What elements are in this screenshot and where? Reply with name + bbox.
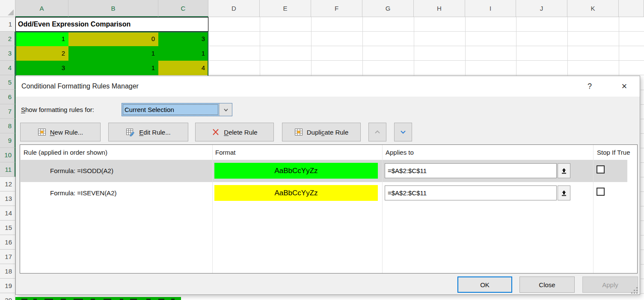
column-header-j[interactable]: J	[516, 0, 567, 17]
row-header-20[interactable]: 20	[0, 293, 15, 300]
row-header-4[interactable]: 4	[0, 61, 15, 75]
duplicate-rule-button[interactable]: Duplicate Rule	[282, 123, 361, 141]
rule-formula-text: Formula: =ISEVEN(A2)	[50, 182, 116, 204]
column-header-c[interactable]: C	[158, 0, 208, 17]
move-rule-up-button[interactable]	[368, 123, 386, 141]
chevron-down-icon	[399, 128, 407, 136]
applies-to-input[interactable]	[385, 185, 557, 200]
close-icon[interactable]: ×	[617, 79, 632, 94]
button-label: Delete Rule	[224, 129, 257, 136]
cell-c4[interactable]: 4	[158, 61, 208, 75]
collapse-dialog-icon[interactable]	[558, 185, 570, 200]
column-header-stop-if-true: Stop If True	[597, 145, 630, 160]
row-header-16[interactable]: 16	[0, 235, 15, 250]
rule-formula-text: Formula: =ISODD(A2)	[50, 160, 113, 182]
rules-list: Rule (applied in order shown) Format App…	[20, 144, 638, 274]
dialog-title: Conditional Formatting Rules Manager	[21, 76, 139, 97]
row-header-19[interactable]: 19	[0, 279, 15, 293]
button-label: Edit Rule...	[139, 129, 170, 136]
resize-grip[interactable]	[631, 287, 638, 294]
select-all-corner[interactable]	[0, 0, 15, 17]
applies-to-input[interactable]	[385, 163, 557, 178]
show-rules-for-dropdown[interactable]: Current Selection	[122, 103, 232, 116]
cell-c2[interactable]: 3	[158, 32, 208, 46]
row-header-11[interactable]: 11	[0, 162, 15, 177]
cell-c3[interactable]: 1	[158, 46, 208, 61]
row-header-14[interactable]: 14	[0, 206, 15, 221]
cell-a2[interactable]: 1	[15, 32, 68, 46]
column-header-partial[interactable]	[619, 0, 644, 17]
ok-button[interactable]: OK	[457, 276, 512, 293]
row-header-2[interactable]: 2	[0, 32, 15, 46]
row-header-13[interactable]: 13	[0, 191, 15, 206]
apply-button[interactable]: Apply	[582, 276, 638, 293]
row-header-6[interactable]: 6	[0, 90, 15, 104]
row-header-10[interactable]: 10	[0, 148, 15, 162]
collapse-dialog-icon[interactable]	[558, 163, 570, 178]
select-all-triangle-icon	[8, 9, 14, 15]
cell-b4[interactable]: 1	[68, 61, 158, 75]
dropdown-selected-value: Current Selection	[122, 103, 219, 116]
delete-rule-button[interactable]: Delete Rule	[195, 123, 274, 141]
row-header-18[interactable]: 18	[0, 264, 15, 279]
column-header-b[interactable]: B	[68, 0, 158, 17]
move-rule-down-button[interactable]	[394, 123, 412, 141]
sheet-right-strip	[641, 76, 644, 295]
column-header-d[interactable]: D	[208, 0, 260, 17]
chevron-up-icon	[374, 128, 381, 136]
row-header-12[interactable]: 12	[0, 177, 15, 191]
row20-cells-partial	[15, 297, 181, 300]
show-formatting-rules-label: Show formatting rules for:	[21, 103, 94, 116]
column-header-k[interactable]: K	[567, 0, 619, 17]
format-preview-swatch: AaBbCcYyZz	[214, 163, 378, 179]
row-header-8[interactable]: 8	[0, 119, 15, 133]
row-header-1[interactable]: 1	[0, 17, 15, 32]
row-header-17[interactable]: 17	[0, 250, 15, 264]
column-header-format: Format	[215, 145, 236, 160]
new-rule-button[interactable]: New Rule...	[20, 123, 101, 141]
stop-if-true-checkbox[interactable]	[597, 188, 605, 196]
edit-rule-button[interactable]: Edit Rule...	[108, 123, 188, 141]
format-preview-swatch: AaBbCcYyZz	[214, 185, 378, 201]
column-header-applies-to: Applies to	[386, 145, 414, 160]
row-header-3[interactable]: 3	[0, 46, 15, 61]
cell-a3[interactable]: 2	[15, 46, 68, 61]
column-header-a[interactable]: A	[15, 0, 68, 17]
conditional-formatting-rules-manager-dialog: Conditional Formatting Rules Manager ? ×…	[15, 76, 640, 295]
cell-b2[interactable]: 0	[68, 32, 158, 46]
column-header-i[interactable]: I	[465, 0, 516, 17]
row-header-15[interactable]: 15	[0, 221, 15, 235]
chevron-down-icon[interactable]	[219, 103, 232, 116]
new-rule-grid-icon	[38, 128, 46, 136]
rule-row-1[interactable]: Formula: =ISODD(A2)AaBbCcYyZz	[21, 160, 627, 182]
row-header-9[interactable]: 9	[0, 133, 15, 148]
help-button[interactable]: ?	[582, 79, 597, 94]
dialog-titlebar[interactable]: Conditional Formatting Rules Manager ? ×	[16, 76, 640, 97]
row-header-5[interactable]: 5	[0, 75, 15, 90]
column-header-h[interactable]: H	[414, 0, 465, 17]
close-button[interactable]: Close	[519, 276, 575, 293]
edit-rule-pencil-icon	[126, 128, 135, 136]
stop-if-true-checkbox[interactable]	[597, 165, 605, 174]
cell-a4[interactable]: 3	[15, 61, 68, 75]
column-header-f[interactable]: F	[311, 0, 362, 17]
row-header-7[interactable]: 7	[0, 104, 15, 119]
cell-b3[interactable]: 1	[68, 46, 158, 61]
column-header-rule: Rule (applied in order shown)	[24, 145, 107, 160]
excel-screen: { "sheet": { "title_cell": "Odd/Even Exp…	[0, 0, 644, 300]
rule-row-2[interactable]: Formula: =ISEVEN(A2)AaBbCcYyZz	[21, 182, 627, 204]
button-label: New Rule...	[50, 129, 83, 136]
cell-a1-title[interactable]: Odd/Even Expression Comparison	[15, 17, 208, 32]
duplicate-grid-icon	[294, 128, 303, 136]
button-label: Duplicate Rule	[307, 129, 349, 136]
column-header-e[interactable]: E	[260, 0, 311, 17]
column-header-g[interactable]: G	[362, 0, 414, 17]
delete-x-icon	[211, 128, 220, 136]
